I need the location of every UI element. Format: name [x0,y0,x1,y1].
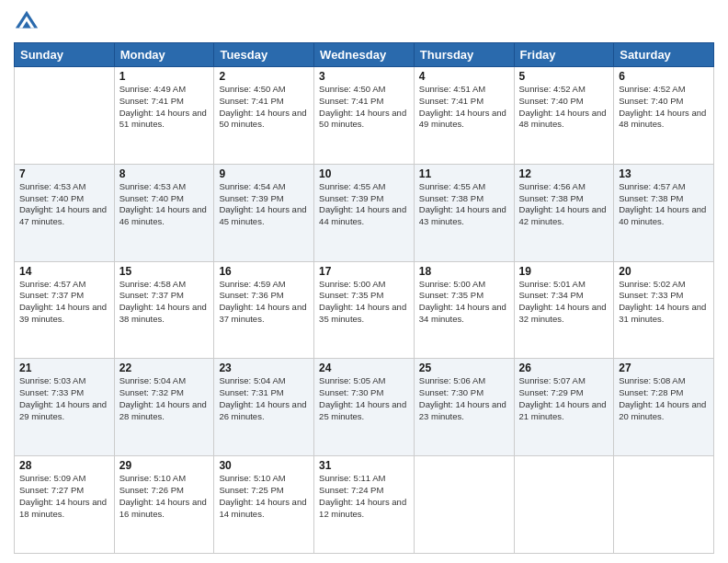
day-cell: 12Sunrise: 4:56 AMSunset: 7:38 PMDayligh… [514,164,614,261]
day-number: 16 [219,265,309,278]
day-number: 10 [319,167,409,180]
day-info: Sunrise: 5:08 AMSunset: 7:28 PMDaylight:… [619,375,709,422]
page: SundayMondayTuesdayWednesdayThursdayFrid… [0,0,728,563]
day-number: 5 [519,70,609,83]
day-info: Sunrise: 4:49 AMSunset: 7:41 PMDaylight:… [119,84,210,131]
day-cell: 25Sunrise: 5:06 AMSunset: 7:30 PMDayligh… [414,359,514,456]
day-cell [15,67,115,165]
day-cell: 24Sunrise: 5:05 AMSunset: 7:30 PMDayligh… [314,359,415,456]
day-cell: 23Sunrise: 5:04 AMSunset: 7:31 PMDayligh… [214,359,314,456]
day-info: Sunrise: 4:56 AMSunset: 7:38 PMDaylight:… [519,181,609,228]
day-cell: 16Sunrise: 4:59 AMSunset: 7:36 PMDayligh… [214,261,314,359]
week-row-0: 1Sunrise: 4:49 AMSunset: 7:41 PMDaylight… [15,67,714,165]
weekday-header-tuesday: Tuesday [214,43,314,67]
day-cell: 30Sunrise: 5:10 AMSunset: 7:25 PMDayligh… [214,456,314,554]
day-number: 15 [119,265,210,278]
day-info: Sunrise: 5:00 AMSunset: 7:35 PMDaylight:… [319,279,409,326]
day-info: Sunrise: 5:01 AMSunset: 7:34 PMDaylight:… [519,279,609,326]
day-number: 17 [319,265,409,278]
day-info: Sunrise: 5:00 AMSunset: 7:35 PMDaylight:… [419,279,509,326]
day-info: Sunrise: 5:04 AMSunset: 7:32 PMDaylight:… [119,375,210,422]
calendar-table: SundayMondayTuesdayWednesdayThursdayFrid… [14,42,714,554]
day-cell: 11Sunrise: 4:55 AMSunset: 7:38 PMDayligh… [414,164,514,261]
day-info: Sunrise: 4:58 AMSunset: 7:37 PMDaylight:… [119,279,210,326]
day-info: Sunrise: 4:53 AMSunset: 7:40 PMDaylight:… [19,181,109,228]
day-cell: 14Sunrise: 4:57 AMSunset: 7:37 PMDayligh… [15,261,115,359]
day-info: Sunrise: 5:02 AMSunset: 7:33 PMDaylight:… [619,279,709,326]
day-number: 20 [619,265,709,278]
header [14,9,714,35]
day-number: 1 [119,70,210,83]
day-info: Sunrise: 5:05 AMSunset: 7:30 PMDaylight:… [319,375,409,422]
day-number: 28 [19,459,109,472]
day-info: Sunrise: 4:53 AMSunset: 7:40 PMDaylight:… [119,181,210,228]
day-cell: 28Sunrise: 5:09 AMSunset: 7:27 PMDayligh… [15,456,115,554]
day-cell: 3Sunrise: 4:50 AMSunset: 7:41 PMDaylight… [314,67,415,165]
weekday-header-thursday: Thursday [414,43,514,67]
day-number: 31 [319,459,409,472]
week-row-4: 28Sunrise: 5:09 AMSunset: 7:27 PMDayligh… [15,456,714,554]
day-info: Sunrise: 5:11 AMSunset: 7:24 PMDaylight:… [319,473,409,520]
day-info: Sunrise: 4:55 AMSunset: 7:39 PMDaylight:… [319,181,409,228]
day-info: Sunrise: 4:57 AMSunset: 7:37 PMDaylight:… [19,279,109,326]
day-number: 9 [219,167,309,180]
day-cell: 18Sunrise: 5:00 AMSunset: 7:35 PMDayligh… [414,261,514,359]
day-cell: 17Sunrise: 5:00 AMSunset: 7:35 PMDayligh… [314,261,415,359]
day-info: Sunrise: 4:57 AMSunset: 7:38 PMDaylight:… [619,181,709,228]
day-cell [514,456,614,554]
day-info: Sunrise: 4:54 AMSunset: 7:39 PMDaylight:… [219,181,309,228]
day-number: 27 [619,362,709,374]
day-number: 18 [419,265,509,278]
day-cell: 27Sunrise: 5:08 AMSunset: 7:28 PMDayligh… [614,359,714,456]
weekday-header-wednesday: Wednesday [314,43,415,67]
day-number: 30 [219,459,309,472]
day-cell: 13Sunrise: 4:57 AMSunset: 7:38 PMDayligh… [614,164,714,261]
day-cell [414,456,514,554]
day-cell: 2Sunrise: 4:50 AMSunset: 7:41 PMDaylight… [214,67,314,165]
day-number: 29 [119,459,210,472]
day-number: 21 [19,362,109,374]
day-info: Sunrise: 5:10 AMSunset: 7:26 PMDaylight:… [119,473,210,520]
day-number: 4 [419,70,509,83]
day-info: Sunrise: 4:52 AMSunset: 7:40 PMDaylight:… [519,84,609,131]
day-number: 11 [419,167,509,180]
day-number: 22 [119,362,210,374]
day-number: 3 [319,70,409,83]
day-info: Sunrise: 5:09 AMSunset: 7:27 PMDaylight:… [19,473,109,520]
day-number: 2 [219,70,309,83]
day-cell: 5Sunrise: 4:52 AMSunset: 7:40 PMDaylight… [514,67,614,165]
day-number: 24 [319,362,409,374]
weekday-header-saturday: Saturday [614,43,714,67]
day-cell: 29Sunrise: 5:10 AMSunset: 7:26 PMDayligh… [114,456,214,554]
day-info: Sunrise: 5:10 AMSunset: 7:25 PMDaylight:… [219,473,309,520]
day-info: Sunrise: 4:50 AMSunset: 7:41 PMDaylight:… [319,84,409,131]
week-row-3: 21Sunrise: 5:03 AMSunset: 7:33 PMDayligh… [15,359,714,456]
day-number: 8 [119,167,210,180]
day-cell: 20Sunrise: 5:02 AMSunset: 7:33 PMDayligh… [614,261,714,359]
day-number: 13 [619,167,709,180]
day-info: Sunrise: 4:52 AMSunset: 7:40 PMDaylight:… [619,84,709,131]
day-number: 25 [419,362,509,374]
day-cell: 21Sunrise: 5:03 AMSunset: 7:33 PMDayligh… [15,359,115,456]
day-info: Sunrise: 4:51 AMSunset: 7:41 PMDaylight:… [419,84,509,131]
day-info: Sunrise: 4:50 AMSunset: 7:41 PMDaylight:… [219,84,309,131]
day-number: 14 [19,265,109,278]
weekday-header-sunday: Sunday [15,43,115,67]
day-cell: 1Sunrise: 4:49 AMSunset: 7:41 PMDaylight… [114,67,214,165]
day-info: Sunrise: 5:04 AMSunset: 7:31 PMDaylight:… [219,375,309,422]
day-info: Sunrise: 5:03 AMSunset: 7:33 PMDaylight:… [19,375,109,422]
logo-icon [14,9,40,35]
day-cell: 10Sunrise: 4:55 AMSunset: 7:39 PMDayligh… [314,164,415,261]
week-row-2: 14Sunrise: 4:57 AMSunset: 7:37 PMDayligh… [15,261,714,359]
day-number: 12 [519,167,609,180]
day-number: 7 [19,167,109,180]
day-number: 26 [519,362,609,374]
day-cell: 19Sunrise: 5:01 AMSunset: 7:34 PMDayligh… [514,261,614,359]
day-cell: 15Sunrise: 4:58 AMSunset: 7:37 PMDayligh… [114,261,214,359]
day-cell: 4Sunrise: 4:51 AMSunset: 7:41 PMDaylight… [414,67,514,165]
day-info: Sunrise: 4:55 AMSunset: 7:38 PMDaylight:… [419,181,509,228]
day-cell: 6Sunrise: 4:52 AMSunset: 7:40 PMDaylight… [614,67,714,165]
day-info: Sunrise: 4:59 AMSunset: 7:36 PMDaylight:… [219,279,309,326]
day-number: 6 [619,70,709,83]
day-cell: 9Sunrise: 4:54 AMSunset: 7:39 PMDaylight… [214,164,314,261]
